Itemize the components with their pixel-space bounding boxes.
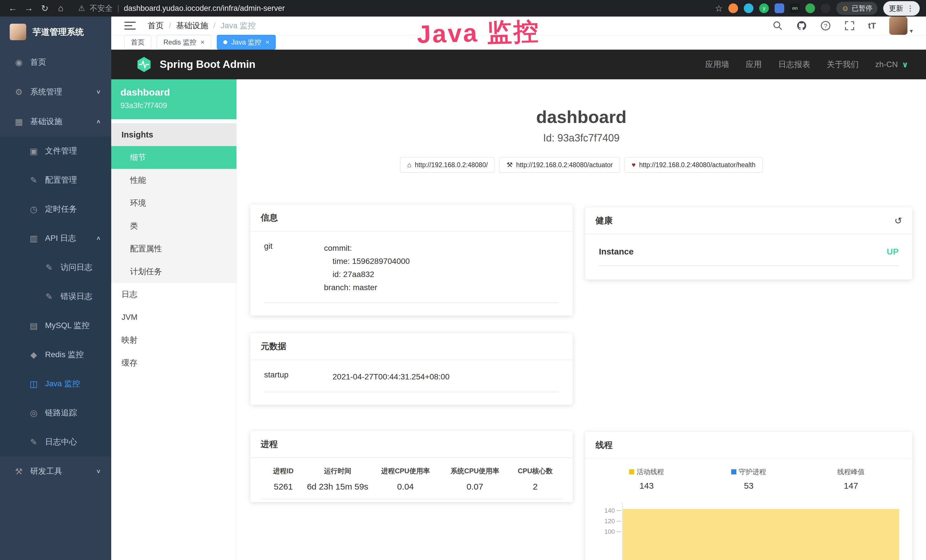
sidebar-item-devtools[interactable]: ⚒ 研发工具 ∨	[0, 456, 111, 486]
fullscreen-icon[interactable]	[844, 20, 855, 31]
sba-item-details[interactable]: 细节	[111, 146, 236, 169]
tab-label: Redis 监控	[163, 38, 197, 47]
infrastructure-icon: ▦	[13, 117, 24, 127]
breadcrumb-infrastructure[interactable]: 基础设施	[176, 20, 208, 31]
legend-peak-threads: 线程峰值 147	[800, 467, 902, 491]
tab-redis-monitor[interactable]: Redis 监控 ×	[157, 35, 211, 50]
history-icon[interactable]: ↺	[894, 215, 902, 226]
browser-chrome: ← → ↻ ⌂ ⚠ 不安全 | dashboard.yudao.iocoder.…	[0, 0, 926, 17]
on-extension-icon[interactable]: on	[790, 3, 800, 13]
page-header: 首页 / 基础设施 / Java 监控 ?	[111, 17, 926, 35]
service-url-link[interactable]: ⌂ http://192.168.0.2:48080/	[400, 157, 495, 173]
address-bar[interactable]: ⚠ 不安全 | dashboard.yudao.iocoder.cn/infra…	[78, 3, 712, 14]
sba-item-jvm[interactable]: JVM	[111, 306, 236, 328]
warning-icon: ⚠	[78, 4, 85, 13]
sba-nav-applications[interactable]: 应用	[746, 59, 762, 70]
sba-sidebar-insights[interactable]: Insights	[111, 123, 236, 146]
sba-item-environment[interactable]: 环境	[111, 192, 236, 215]
sba-locale-select[interactable]: zh-CN ∨	[875, 60, 908, 69]
security-label[interactable]: 不安全	[89, 3, 113, 14]
sba-locale-label: zh-CN	[875, 60, 898, 69]
help-icon[interactable]: ?	[820, 20, 831, 31]
y-extension-icon[interactable]: y	[759, 3, 769, 13]
process-cpu: 0.04	[369, 482, 442, 499]
sidebar-item-config-mgmt[interactable]: ✎ 配置管理	[0, 165, 111, 195]
drop-extension-icon[interactable]	[744, 3, 754, 13]
breadcrumb-separator: /	[213, 21, 216, 30]
reload-icon[interactable]: ↻	[38, 3, 51, 14]
sidebar-item-trace[interactable]: ◎ 链路追踪	[0, 398, 111, 427]
mysql-icon: ▤	[28, 321, 39, 331]
leaf-extension-icon[interactable]	[805, 3, 815, 13]
sba-nav-journal[interactable]: 日志报表	[778, 59, 810, 70]
sidebar-item-home[interactable]: ◉ 首页	[0, 47, 111, 77]
sidebar-item-log-center[interactable]: ✎ 日志中心	[0, 427, 111, 456]
sba-item-performance[interactable]: 性能	[111, 169, 236, 192]
java-monitor-icon: ◫	[28, 379, 39, 389]
sidebar-item-file-mgmt[interactable]: ▣ 文件管理	[0, 136, 111, 165]
git-time-line: time: 1596289704000	[333, 255, 410, 268]
sidebar-item-scheduled-tasks[interactable]: ◷ 定时任务	[0, 195, 111, 224]
tab-home[interactable]: 首页	[124, 35, 151, 50]
bookmark-star-icon[interactable]: ☆	[715, 3, 723, 14]
error-log-icon: ✎	[43, 292, 55, 301]
sidebar-item-redis-monitor[interactable]: ◆ Redis 监控	[0, 340, 111, 369]
sidebar-toggle-icon[interactable]	[124, 22, 136, 30]
metadata-startup-row: startup 2021-04-27T00:44:31.254+08:00	[264, 370, 559, 392]
sidebar-item-infrastructure[interactable]: ▦ 基础设施 ∧	[0, 107, 111, 136]
process-col-header: 进程ID	[261, 466, 306, 482]
search-icon[interactable]	[772, 20, 783, 31]
tab-java-monitor[interactable]: Java 监控 ×	[217, 35, 276, 50]
legend-live-threads: 活动线程 143	[595, 467, 698, 491]
active-dot	[223, 40, 227, 44]
grid-extension-icon[interactable]	[775, 3, 784, 13]
user-menu[interactable]: ▾	[889, 17, 913, 35]
browser-menu-icon[interactable]: ⋮	[906, 4, 914, 13]
health-url-link[interactable]: ♥ http://192.168.0.2:48080/actuator/heal…	[625, 157, 763, 173]
breadcrumb-home[interactable]: 首页	[148, 20, 164, 31]
sba-item-mappings[interactable]: 映射	[111, 328, 236, 351]
sidebar-item-api-logs[interactable]: ▥ API 日志 ∧	[0, 224, 111, 253]
sidebar-item-error-logs[interactable]: ✎ 错误日志	[0, 282, 111, 311]
sba-nav-wallboard[interactable]: 应用墙	[705, 59, 729, 70]
puppeteer-extension-icon[interactable]	[821, 3, 831, 13]
sba-item-caches[interactable]: 缓存	[111, 351, 236, 374]
fox-extension-icon[interactable]	[728, 3, 738, 13]
sba-brand-title[interactable]: Spring Boot Admin	[160, 59, 256, 70]
app-title: 芋道管理系统	[33, 26, 84, 38]
sba-item-config-props[interactable]: 配置属性	[111, 238, 236, 260]
sba-nav-about[interactable]: 关于我们	[827, 59, 859, 70]
metadata-card: 元数据 startup 2021-04-27T00:44:31.254+08:0…	[250, 333, 573, 405]
github-icon[interactable]	[796, 20, 807, 31]
home-icon[interactable]: ⌂	[54, 3, 67, 14]
forward-icon[interactable]: →	[22, 3, 35, 14]
update-button[interactable]: 更新 ⋮	[883, 1, 920, 16]
user-avatar[interactable]	[889, 17, 908, 35]
sidebar-item-access-logs[interactable]: ✎ 访问日志	[0, 253, 111, 282]
service-url-label: http://192.168.0.2:48080/	[415, 161, 488, 169]
font-size-icon[interactable]: tT	[868, 21, 876, 30]
sba-item-classes[interactable]: 类	[111, 215, 236, 238]
devtools-icon: ⚒	[13, 466, 24, 477]
url-text[interactable]: dashboard.yudao.iocoder.cn/infra/admin-s…	[124, 4, 284, 13]
card-title: 线程	[595, 439, 613, 451]
y-axis-tick: 120	[595, 518, 615, 525]
sidebar-item-label: 基础设施	[30, 116, 62, 127]
sba-item-logs[interactable]: 日志	[111, 283, 236, 306]
actuator-url-link[interactable]: ⚒ http://192.168.0.2:48080/actuator	[499, 157, 620, 173]
chevron-up-icon: ∧	[96, 235, 101, 241]
health-instance-label: Instance	[599, 247, 634, 256]
wrench-icon: ⚒	[507, 161, 513, 169]
sidebar-item-system-mgmt[interactable]: ⚙ 系统管理 ∨	[0, 77, 111, 107]
paused-badge[interactable]: ☺ 已暂停	[836, 2, 878, 15]
close-icon[interactable]: ×	[265, 38, 269, 46]
sidebar-item-mysql-monitor[interactable]: ▤ MySQL 监控	[0, 311, 111, 340]
back-icon[interactable]: ←	[6, 3, 20, 14]
sba-navbar: Spring Boot Admin 应用墙 应用 日志报表 关于我们 zh-CN…	[111, 50, 926, 79]
close-icon[interactable]: ×	[200, 38, 204, 46]
sidebar-item-java-monitor[interactable]: ◫ Java 监控	[0, 369, 111, 398]
git-id-line: id: 27aa832	[333, 268, 410, 281]
live-threads-area	[623, 509, 899, 560]
metadata-value: 2021-04-27T00:44:31.254+08:00	[333, 370, 449, 383]
sba-item-scheduled[interactable]: 计划任务	[111, 260, 236, 283]
